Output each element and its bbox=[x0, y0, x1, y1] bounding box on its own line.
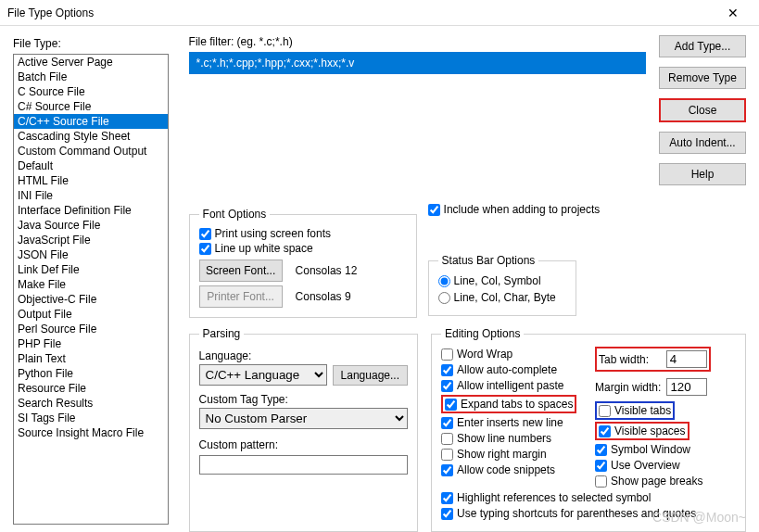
file-type-item[interactable]: Batch File bbox=[14, 70, 168, 84]
auto-complete-checkbox[interactable]: Allow auto-complete bbox=[441, 362, 588, 377]
close-icon[interactable]: ✕ bbox=[715, 6, 752, 20]
file-type-listbox[interactable]: Active Server PageBatch FileC Source Fil… bbox=[13, 54, 169, 525]
file-type-item[interactable]: Default bbox=[14, 158, 168, 173]
file-type-item[interactable]: Perl Source File bbox=[14, 322, 168, 336]
editing-options-group: Editing Options Word Wrap Allow auto-com… bbox=[431, 327, 746, 532]
file-type-item[interactable]: Cascading Style Sheet bbox=[14, 129, 168, 144]
use-overview-checkbox[interactable]: Use Overview bbox=[595, 458, 736, 473]
file-type-item[interactable]: Output File bbox=[14, 307, 168, 322]
add-type-button[interactable]: Add Type... bbox=[659, 35, 746, 57]
tab-width-input[interactable] bbox=[666, 350, 707, 368]
screen-font-button[interactable]: Screen Font... bbox=[199, 260, 283, 282]
code-snippets-checkbox[interactable]: Allow code snippets bbox=[441, 462, 588, 477]
page-breaks-checkbox[interactable]: Show page breaks bbox=[595, 474, 736, 488]
file-type-item[interactable]: Resource File bbox=[14, 381, 168, 396]
printer-font-value: Consolas 9 bbox=[296, 290, 351, 303]
file-type-item[interactable]: Python File bbox=[14, 366, 168, 381]
language-select[interactable]: C/C++ Language bbox=[199, 364, 327, 386]
visible-spaces-checkbox[interactable]: Visible spaces bbox=[599, 424, 686, 438]
word-wrap-checkbox[interactable]: Word Wrap bbox=[441, 347, 588, 361]
parsing-legend: Parsing bbox=[199, 327, 245, 340]
remove-type-button[interactable]: Remove Type bbox=[659, 67, 746, 89]
editing-legend: Editing Options bbox=[441, 327, 524, 340]
window-title: File Type Options bbox=[7, 6, 715, 19]
file-type-item[interactable]: JSON File bbox=[14, 247, 168, 262]
file-type-item[interactable]: INI File bbox=[14, 188, 168, 203]
font-options-group: Font Options Print using screen fonts Li… bbox=[189, 208, 417, 318]
help-button[interactable]: Help bbox=[659, 163, 746, 185]
screen-font-value: Consolas 12 bbox=[296, 264, 358, 277]
file-type-item[interactable]: Java Source File bbox=[14, 218, 168, 233]
lineup-whitespace-checkbox[interactable]: Line up white space bbox=[199, 241, 407, 256]
show-line-numbers-checkbox[interactable]: Show line numbers bbox=[441, 431, 588, 446]
file-filter-label: File filter: (eg. *.c;*.h) bbox=[189, 35, 646, 48]
symbol-window-checkbox[interactable]: Symbol Window bbox=[595, 442, 736, 457]
intelligent-paste-checkbox[interactable]: Allow intelligent paste bbox=[441, 378, 588, 393]
file-filter-input[interactable] bbox=[189, 52, 646, 74]
file-type-item[interactable]: Make File bbox=[14, 277, 168, 292]
file-type-item[interactable]: PHP File bbox=[14, 336, 168, 351]
file-type-panel: File Type: Active Server PageBatch FileC… bbox=[0, 26, 172, 532]
file-type-item[interactable]: Search Results bbox=[14, 396, 168, 411]
file-type-item[interactable]: Plain Text bbox=[14, 351, 168, 366]
file-type-item[interactable]: C/C++ Source File bbox=[14, 114, 168, 129]
file-type-label: File Type: bbox=[13, 37, 169, 50]
file-type-item[interactable]: C Source File bbox=[14, 84, 168, 99]
custom-tag-select[interactable]: No Custom Parser bbox=[199, 408, 408, 429]
margin-width-input[interactable] bbox=[666, 378, 707, 396]
show-right-margin-checkbox[interactable]: Show right margin bbox=[441, 447, 588, 462]
tab-width-label: Tab width: bbox=[599, 353, 649, 366]
file-type-item[interactable]: SI Tags File bbox=[14, 411, 168, 425]
auto-indent-button[interactable]: Auto Indent... bbox=[659, 132, 746, 154]
print-screen-fonts-checkbox[interactable]: Print using screen fonts bbox=[199, 226, 407, 241]
language-label: Language: bbox=[199, 349, 408, 362]
custom-pattern-label: Custom pattern: bbox=[199, 438, 408, 451]
title-bar: File Type Options ✕ bbox=[0, 0, 759, 26]
highlight-refs-checkbox[interactable]: Highlight references to selected symbol bbox=[441, 490, 736, 505]
include-projects-checkbox[interactable]: Include when adding to projects bbox=[428, 202, 746, 217]
file-type-item[interactable]: Source Insight Macro File bbox=[14, 425, 168, 440]
file-type-item[interactable]: Custom Command Output bbox=[14, 144, 168, 158]
status-lccb-radio[interactable]: Line, Col, Char, Byte bbox=[438, 289, 566, 306]
file-type-item[interactable]: Active Server Page bbox=[14, 55, 168, 70]
custom-pattern-input[interactable] bbox=[199, 455, 408, 475]
margin-width-label: Margin width: bbox=[595, 381, 661, 394]
language-button[interactable]: Language... bbox=[333, 365, 408, 386]
file-type-item[interactable]: C# Source File bbox=[14, 99, 168, 114]
printer-font-button[interactable]: Printer Font... bbox=[199, 285, 283, 308]
status-lcs-radio[interactable]: Line, Col, Symbol bbox=[438, 272, 566, 289]
font-options-legend: Font Options bbox=[199, 208, 271, 221]
close-button[interactable]: Close bbox=[659, 98, 746, 122]
typing-shortcuts-checkbox[interactable]: Use typing shortcuts for parentheses and… bbox=[441, 506, 736, 521]
visible-tabs-checkbox[interactable]: Visible tabs bbox=[599, 403, 671, 418]
file-type-item[interactable]: Objective-C File bbox=[14, 292, 168, 307]
expand-tabs-checkbox[interactable]: Expand tabs to spaces bbox=[445, 397, 573, 412]
file-type-item[interactable]: Interface Definition File bbox=[14, 203, 168, 218]
main-area: File Type: Active Server PageBatch FileC… bbox=[0, 26, 759, 532]
status-bar-group: Status Bar Options Line, Col, Symbol Lin… bbox=[428, 254, 576, 316]
file-type-item[interactable]: HTML File bbox=[14, 173, 168, 188]
enter-newline-checkbox[interactable]: Enter inserts new line bbox=[441, 415, 588, 430]
options-panel: File filter: (eg. *.c;*.h) Add Type... R… bbox=[172, 26, 759, 532]
custom-tag-label: Custom Tag Type: bbox=[199, 393, 408, 406]
file-type-item[interactable]: JavaScript File bbox=[14, 233, 168, 247]
status-bar-legend: Status Bar Options bbox=[438, 254, 539, 267]
file-type-item[interactable]: Link Def File bbox=[14, 262, 168, 277]
parsing-group: Parsing Language: C/C++ Language Languag… bbox=[189, 327, 418, 532]
